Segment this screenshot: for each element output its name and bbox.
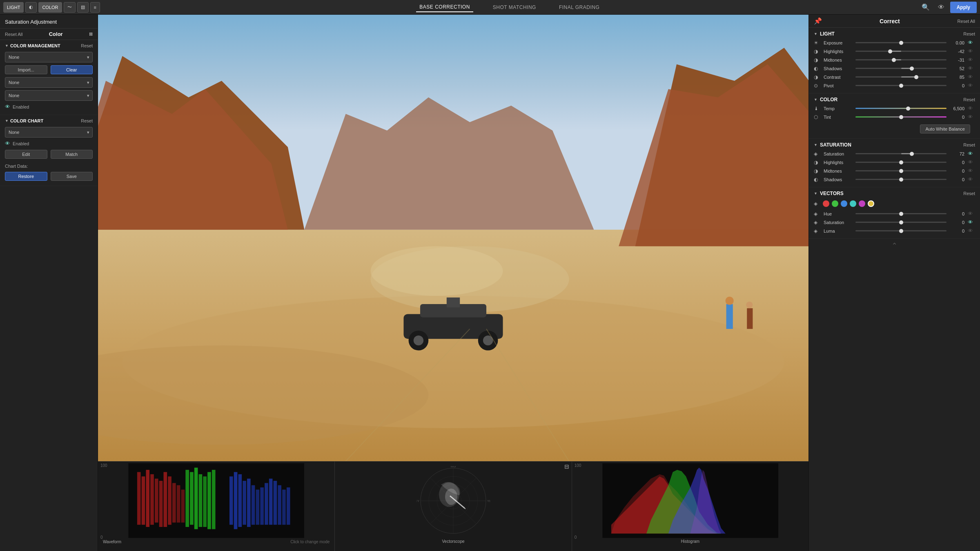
saturation-slider[interactable] <box>855 153 947 154</box>
shadows-eye[interactable]: 👁 <box>968 65 975 71</box>
saturation-reset[interactable]: Reset <box>963 142 975 147</box>
contrast-slider[interactable] <box>855 76 947 78</box>
vec-yellow-dot[interactable] <box>868 200 874 207</box>
temp-thumb[interactable] <box>906 107 910 111</box>
edit-btn[interactable]: Edit <box>5 150 47 159</box>
luma-thumb[interactable] <box>899 229 903 233</box>
restore-btn[interactable]: Restore <box>5 172 47 181</box>
exposure-thumb[interactable] <box>899 41 903 45</box>
tab-shot-matching[interactable]: SHOT MATCHING <box>490 2 539 12</box>
clear-btn[interactable]: Clear <box>51 65 93 74</box>
waveform-mode-label[interactable]: Click to change mode <box>290 540 330 544</box>
sat-high-value: 0 <box>950 160 964 165</box>
pivot-thumb[interactable] <box>899 84 903 88</box>
hue-eye[interactable]: 👁 <box>968 211 975 217</box>
svg-rect-28 <box>150 474 154 525</box>
tint-value: 0 <box>950 115 964 120</box>
light-reset[interactable]: Reset <box>963 31 975 36</box>
shadows-thumb[interactable] <box>910 67 914 71</box>
vec-sat-eye[interactable]: 👁 <box>968 219 975 225</box>
temp-slider[interactable] <box>855 108 947 109</box>
svg-rect-52 <box>269 479 273 525</box>
sat-thumb[interactable] <box>910 152 914 156</box>
color-header: Reset All Color ⊠ <box>0 29 98 40</box>
luma-eye[interactable]: 👁 <box>968 228 975 234</box>
sat-high-thumb[interactable] <box>899 160 903 164</box>
eye-preview-btn[interactable]: 👁 <box>935 3 947 12</box>
midtones-eye[interactable]: 👁 <box>968 57 975 63</box>
pivot-slider[interactable] <box>855 85 947 86</box>
import-btn[interactable]: Import... <box>5 65 47 74</box>
tint-thumb[interactable] <box>899 115 903 119</box>
hsl-btn[interactable]: ▧ <box>77 2 89 13</box>
tint-slider[interactable] <box>855 116 947 118</box>
sat-shad-thumb[interactable] <box>899 178 903 182</box>
right-reset-all[interactable]: Reset All <box>958 19 975 24</box>
camera-select[interactable]: None <box>5 77 93 88</box>
tab-base-correction[interactable]: BASE CORRECTION <box>416 2 473 12</box>
video-placeholder <box>98 15 808 461</box>
svg-point-19 <box>726 297 734 305</box>
light-chevron: ▼ <box>814 32 817 36</box>
exposure-slider[interactable] <box>855 42 947 43</box>
sat-shad-eye[interactable]: 👁 <box>968 176 975 182</box>
sat-high-eye[interactable]: 👁 <box>968 159 975 165</box>
midtones-slider[interactable] <box>855 59 947 60</box>
vec-magenta-dot[interactable] <box>859 200 865 207</box>
color-correction-header: ▼ COLOR Reset <box>809 93 980 104</box>
saturation-row: ◈ Saturation 72 👁 <box>809 149 980 158</box>
reset-all-btn[interactable]: Reset All <box>5 32 22 37</box>
chart-select[interactable]: None <box>5 127 93 138</box>
color-chart-reset[interactable]: Reset <box>81 118 93 123</box>
highlights-thumb[interactable] <box>888 49 892 53</box>
midtones-thumb[interactable] <box>892 58 896 62</box>
light-mode-btn[interactable]: LIGHT <box>3 2 24 13</box>
hue-slider[interactable] <box>855 213 947 214</box>
sat-mid-thumb[interactable] <box>899 169 903 173</box>
color-mode-btn[interactable]: COLOR <box>38 2 62 13</box>
temp-eye[interactable]: 👁 <box>968 105 975 111</box>
contrast-icon: ◑ <box>814 74 820 80</box>
exposure-eye[interactable]: 👁 <box>968 40 975 46</box>
vec-green-dot[interactable] <box>832 200 838 207</box>
vec-red-dot[interactable] <box>823 200 829 207</box>
input-lut-select[interactable]: None <box>5 52 93 62</box>
apply-button[interactable]: Apply <box>950 2 977 13</box>
highlights-slider[interactable] <box>855 51 947 52</box>
vec-sat-thumb[interactable] <box>899 220 903 224</box>
sat-high-slider[interactable] <box>855 162 947 163</box>
luma-slider[interactable] <box>855 230 947 231</box>
svg-rect-53 <box>274 481 277 525</box>
sat-eye[interactable]: 👁 <box>968 151 975 157</box>
display-select[interactable]: None <box>5 90 93 101</box>
vectorscope-menu-icon[interactable]: ⊟ <box>564 463 569 470</box>
tab-final-grading[interactable]: FINAL GRADING <box>556 2 603 12</box>
highlights-label: Highlights <box>824 49 852 54</box>
tint-label: Tint <box>824 115 852 120</box>
match-btn[interactable]: Match <box>51 150 93 159</box>
contrast-thumb[interactable] <box>914 75 918 79</box>
hue-row: ◈ Hue 0 👁 <box>809 209 980 218</box>
save-btn[interactable]: Save <box>51 172 93 181</box>
vec-sat-slider[interactable] <box>855 222 947 223</box>
shadows-slider[interactable] <box>855 68 947 69</box>
sat-mid-eye[interactable]: 👁 <box>968 168 975 174</box>
curves-btn[interactable]: 〜 <box>64 2 76 13</box>
vectors-reset[interactable]: Reset <box>963 191 975 196</box>
auto-white-balance-btn[interactable]: Auto White Balance <box>920 124 970 133</box>
hue-thumb[interactable] <box>899 212 903 216</box>
color-management-reset[interactable]: Reset <box>81 43 93 48</box>
contrast-eye[interactable]: 👁 <box>968 74 975 80</box>
svg-rect-54 <box>278 485 281 525</box>
tint-eye[interactable]: 👁 <box>968 114 975 120</box>
vec-cyan-dot[interactable] <box>850 200 856 207</box>
highlights-eye[interactable]: 👁 <box>968 48 975 54</box>
color-circle-btn[interactable]: ◐ <box>25 2 37 13</box>
search-btn[interactable]: 🔍 <box>919 2 932 12</box>
color-correction-reset[interactable]: Reset <box>963 97 975 102</box>
sat-mid-slider[interactable] <box>855 170 947 171</box>
sat-shad-slider[interactable] <box>855 179 947 180</box>
menu-btn[interactable]: ≡ <box>90 2 100 13</box>
pivot-eye[interactable]: 👁 <box>968 82 975 89</box>
vec-blue-dot[interactable] <box>841 200 847 207</box>
